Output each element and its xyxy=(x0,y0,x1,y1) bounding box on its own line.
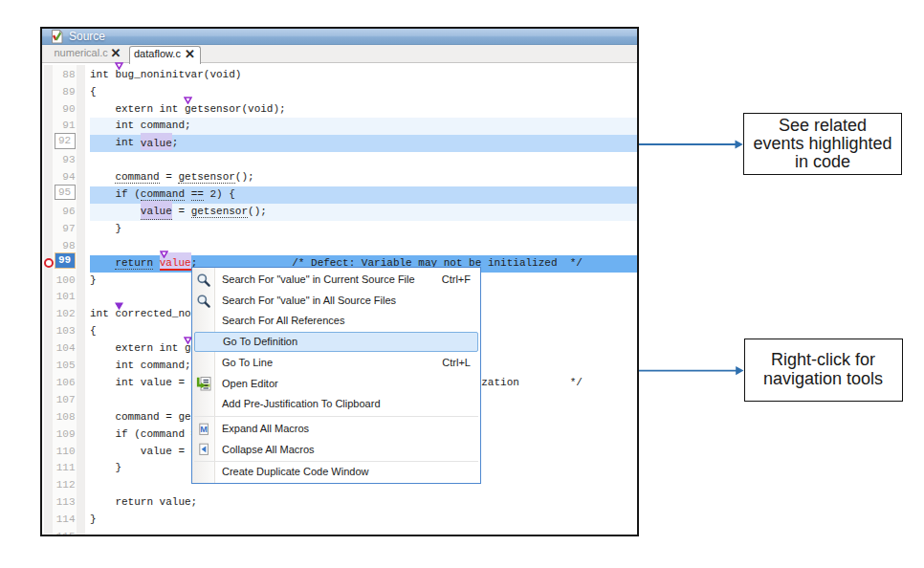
svg-text:M: M xyxy=(200,425,208,434)
